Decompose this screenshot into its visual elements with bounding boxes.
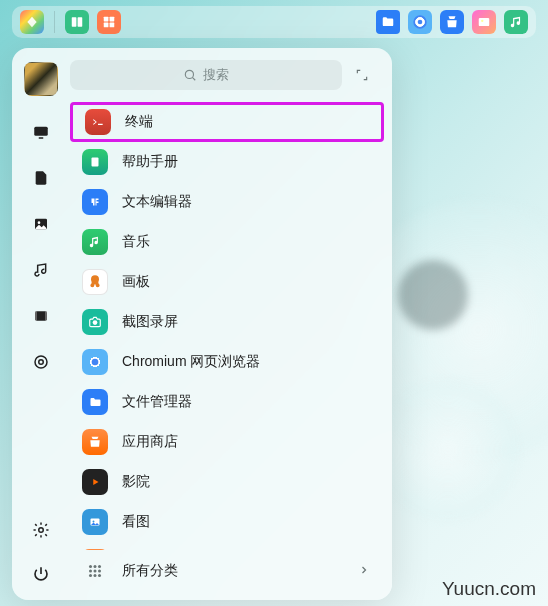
chromium-icon	[82, 349, 108, 375]
app-label: 终端	[125, 113, 153, 131]
paint-icon	[82, 269, 108, 295]
search-placeholder: 搜索	[203, 66, 229, 84]
svg-rect-2	[78, 17, 83, 26]
terminal-icon	[85, 109, 111, 135]
svg-point-19	[39, 360, 44, 365]
dock-music-icon[interactable]	[504, 10, 528, 34]
app-label: 音乐	[122, 233, 150, 251]
category-images-icon[interactable]	[31, 214, 51, 234]
app-item-app-store[interactable]: 应用商店	[70, 422, 384, 462]
svg-point-27	[93, 521, 95, 523]
svg-marker-0	[27, 17, 36, 28]
user-avatar[interactable]	[24, 62, 58, 96]
app-item-paint[interactable]: 画板	[70, 262, 384, 302]
svg-point-24	[92, 359, 99, 366]
svg-point-21	[185, 70, 193, 78]
launcher-panel: 搜索 终端 帮助手册	[12, 48, 392, 600]
svg-marker-25	[93, 479, 98, 485]
dock	[12, 6, 536, 38]
svg-point-37	[98, 574, 101, 577]
chevron-right-icon	[358, 563, 370, 579]
app-label: 文件管理器	[122, 393, 192, 411]
dock-images-icon[interactable]	[472, 10, 496, 34]
app-label: 看图	[122, 513, 150, 531]
dock-files-icon[interactable]	[376, 10, 400, 34]
app-store-icon	[82, 429, 108, 455]
svg-point-23	[93, 320, 98, 325]
grid-icon	[82, 558, 108, 584]
app-item-text-editor[interactable]: 文本编辑器	[70, 182, 384, 222]
wallpaper-decoration	[398, 260, 468, 330]
app-label: 帮助手册	[122, 153, 178, 171]
app-item-music[interactable]: 音乐	[70, 222, 384, 262]
text-editor-icon	[82, 189, 108, 215]
svg-point-8	[418, 20, 423, 25]
screenshot-icon	[82, 309, 108, 335]
search-input[interactable]: 搜索	[70, 60, 342, 90]
category-music-icon[interactable]	[31, 260, 51, 280]
dock-chromium-icon[interactable]	[408, 10, 432, 34]
app-item-terminal[interactable]: 终端	[70, 102, 384, 142]
svg-point-35	[89, 574, 92, 577]
power-icon[interactable]	[31, 564, 51, 584]
app-label: 画板	[122, 273, 150, 291]
music-app-icon	[82, 229, 108, 255]
fullscreen-icon	[355, 68, 369, 82]
app-item-album[interactable]: 相册	[70, 542, 384, 550]
svg-rect-4	[110, 17, 115, 22]
svg-point-29	[89, 565, 92, 568]
all-categories-button[interactable]: 所有分类	[70, 550, 384, 592]
category-document-icon[interactable]	[31, 168, 51, 188]
app-item-screenshot[interactable]: 截图录屏	[70, 302, 384, 342]
svg-point-32	[89, 570, 92, 573]
svg-rect-3	[104, 17, 109, 22]
watermark-text: Yuucn.com	[442, 578, 536, 600]
search-icon	[183, 68, 197, 82]
launcher-main: 搜索 终端 帮助手册	[70, 48, 392, 600]
launcher-sidebar	[12, 48, 70, 600]
app-label: Chromium 网页浏览器	[122, 353, 260, 371]
svg-point-10	[481, 20, 483, 22]
category-video-icon[interactable]	[31, 306, 51, 326]
svg-rect-16	[35, 311, 37, 320]
svg-point-31	[98, 565, 101, 568]
app-label: 应用商店	[122, 433, 178, 451]
svg-rect-5	[104, 23, 109, 28]
svg-point-34	[98, 570, 101, 573]
category-monitor-icon[interactable]	[31, 122, 51, 142]
file-manager-icon	[82, 389, 108, 415]
app-label: 截图录屏	[122, 313, 178, 331]
svg-rect-9	[479, 18, 490, 26]
svg-point-36	[94, 574, 97, 577]
svg-rect-12	[39, 137, 44, 139]
svg-point-14	[38, 221, 41, 224]
movies-icon	[82, 469, 108, 495]
footer-label: 所有分类	[122, 562, 178, 580]
svg-rect-17	[45, 311, 47, 320]
task-view-1-icon[interactable]	[65, 10, 89, 34]
dock-separator	[54, 11, 55, 33]
apps-list: 终端 帮助手册 文本编辑器 音乐	[70, 102, 384, 550]
launcher-logo-icon[interactable]	[20, 10, 44, 34]
help-icon	[82, 149, 108, 175]
settings-gear-icon[interactable]	[31, 520, 51, 540]
app-item-help[interactable]: 帮助手册	[70, 142, 384, 182]
svg-rect-22	[92, 158, 99, 167]
dock-app-store-icon[interactable]	[440, 10, 464, 34]
fullscreen-button[interactable]	[350, 63, 374, 87]
svg-point-33	[94, 570, 97, 573]
wallpaper-decoration	[378, 380, 518, 520]
svg-point-30	[94, 565, 97, 568]
app-item-file-manager[interactable]: 文件管理器	[70, 382, 384, 422]
task-view-2-icon[interactable]	[97, 10, 121, 34]
app-label: 影院	[122, 473, 150, 491]
app-item-movies[interactable]: 影院	[70, 462, 384, 502]
svg-rect-6	[110, 23, 115, 28]
svg-point-18	[35, 356, 47, 368]
app-item-chromium[interactable]: Chromium 网页浏览器	[70, 342, 384, 382]
app-label: 文本编辑器	[122, 193, 192, 211]
svg-rect-1	[72, 17, 77, 26]
category-settings-icon[interactable]	[31, 352, 51, 372]
svg-point-20	[39, 528, 44, 533]
app-item-image-viewer[interactable]: 看图	[70, 502, 384, 542]
